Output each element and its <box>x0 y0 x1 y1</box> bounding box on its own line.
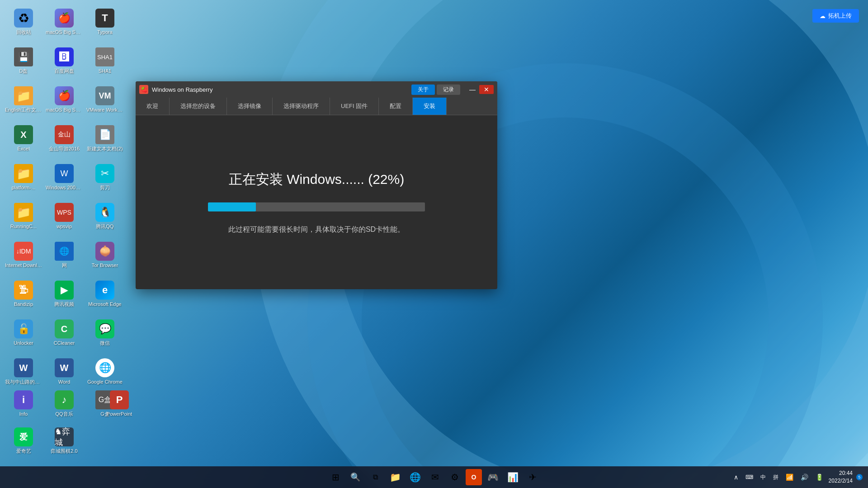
icon-newfile[interactable]: 📄 新建文本文档(2) <box>85 120 125 157</box>
icon-english-folder[interactable]: 📁 English工作文件夹 <box>4 81 43 118</box>
icon-idm[interactable]: ↓IDM Internet Downlo... <box>4 237 43 274</box>
taskbar-wifi-icon[interactable]: 📶 <box>784 473 795 482</box>
taskbar-explorer-button[interactable]: 📁 <box>386 468 404 486</box>
icon-recycle[interactable]: ♻ 回收站 <box>4 4 43 41</box>
tab-select-device[interactable]: 选择您的设备 <box>170 98 227 115</box>
tab-welcome[interactable]: 欢迎 <box>136 98 170 115</box>
modal-title-icon: 🍓 <box>139 85 148 94</box>
icon-wechat[interactable]: 💬 微信 <box>85 314 125 352</box>
taskbar-pinyin-icon[interactable]: 拼 <box>771 473 780 482</box>
modal-tabs: 欢迎 选择您的设备 选择镜像 选择驱动程序 UEFI 固件 配置 安装 <box>136 98 497 115</box>
taskbar: ⊞ 🔍 ⧉ 📁 🌐 ✉ ⚙ O 🎮 📊 ✈ ∧ ⌨ 中 拼 📶 🔊 🔋 20:4… <box>0 466 868 488</box>
icon-iqiyi[interactable]: 爱 爱奇艺 <box>4 422 43 460</box>
icon-jinshan[interactable]: 金山 金山导游2016 <box>44 120 84 157</box>
icon-info[interactable]: i Info <box>4 385 43 422</box>
icon-bandizip[interactable]: 🗜 Bandizip <box>4 276 43 313</box>
taskbar-start-button[interactable]: ⊞ <box>326 468 344 486</box>
icon-macos1[interactable]: 🍎 macOS Big Sur-2022-... <box>44 4 84 41</box>
upload-icon: ☁ <box>820 13 826 19</box>
taskbar-search-button[interactable]: 🔍 <box>346 468 364 486</box>
modal-about-button[interactable]: 关于 <box>411 84 435 95</box>
icon-chess-bottom[interactable]: ♞弈城 弈城围棋2.0 <box>44 422 84 460</box>
modal-titlebar: 🍓 Windows on Raspberry 关于 记录 — ✕ <box>136 81 497 98</box>
icon-vmware[interactable]: VM VMware Workstati... <box>85 81 125 118</box>
icon-baidu[interactable]: 🅱 百度网盘 <box>44 42 84 80</box>
modal-install-content: 正在安装 Windows...... (22%) 此过程可能需要很长时间，具体取… <box>136 115 497 289</box>
icon-ppt[interactable]: P PowerPoint <box>99 385 139 422</box>
tab-config[interactable]: 配置 <box>379 98 413 115</box>
icon-platform[interactable]: 📁 platform-... <box>4 159 43 196</box>
taskbar-notification-badge[interactable]: 5 <box>856 474 863 480</box>
progress-bar-background <box>208 202 425 211</box>
icon-sha1[interactable]: SHA1 SHA1 <box>85 42 125 80</box>
icon-edge[interactable]: e Microsoft Edge <box>85 276 125 313</box>
progress-bar-fill <box>208 202 256 211</box>
icon-excel[interactable]: X Excel <box>4 120 43 157</box>
progress-container <box>208 202 425 211</box>
modal-window: 🍓 Windows on Raspberry 关于 记录 — ✕ 欢迎 选择您的… <box>136 81 497 289</box>
taskbar-app8-button[interactable]: 🎮 <box>484 468 502 486</box>
tab-install[interactable]: 安装 <box>413 98 447 115</box>
icon-running[interactable]: 📁 RunningC... <box>4 198 43 235</box>
taskbar-clock[interactable]: 20:44 2022/2/14 <box>829 469 853 485</box>
taskbar-app9-button[interactable]: 📊 <box>504 468 522 486</box>
icon-tencent-qq[interactable]: 🐧 腾讯QQ <box>85 198 125 235</box>
icon-wpsvip[interactable]: WPS wpsvip <box>44 198 84 235</box>
taskbar-office-button[interactable]: O <box>466 469 482 485</box>
taskbar-chevron-icon[interactable]: ∧ <box>732 473 740 482</box>
taskbar-mail-button[interactable]: ✉ <box>426 468 444 486</box>
modal-title: Windows on Raspberry <box>152 86 411 93</box>
modal-minimize-button[interactable]: — <box>466 86 479 93</box>
taskbar-right: ∧ ⌨ 中 拼 📶 🔊 🔋 20:44 2022/2/14 5 <box>732 469 863 485</box>
icon-typora[interactable]: T Typora <box>85 4 125 41</box>
icon-ddisk[interactable]: 💾 D盘 <box>4 42 43 80</box>
upload-label: 拓机上传 <box>828 12 852 20</box>
icon-tor-browser[interactable]: 🧅 Tor Browser <box>85 237 125 274</box>
modal-close-button[interactable]: ✕ <box>479 85 494 94</box>
taskbar-time-display: 20:44 <box>829 469 853 477</box>
taskbar-battery-icon[interactable]: 🔋 <box>814 473 825 482</box>
taskbar-keyboard-icon[interactable]: ⌨ <box>744 473 755 481</box>
icon-macos2[interactable]: 🍎 macOS Big Sur-2022-... <box>44 81 84 118</box>
tab-select-image[interactable]: 选择镜像 <box>227 98 273 115</box>
taskbar-app10-button[interactable]: ✈ <box>524 468 542 486</box>
icon-unlocker[interactable]: 🔓 Unlocker <box>4 314 43 352</box>
modal-record-button[interactable]: 记录 <box>437 84 460 95</box>
desktop: ☁ 拓机上传 ♻ 回收站 🍎 macOS Big Sur-2022-... T … <box>0 0 868 488</box>
icon-net[interactable]: 🌐 网 <box>44 237 84 274</box>
taskbar-center-icons: ⊞ 🔍 ⧉ 📁 🌐 ✉ ⚙ O 🎮 📊 ✈ <box>326 468 542 486</box>
icon-ccleaner[interactable]: C CCleaner <box>44 314 84 352</box>
icon-ppt-area: P PowerPoint <box>99 385 139 422</box>
taskbar-sound-icon[interactable]: 🔊 <box>799 473 810 482</box>
icon-win2000[interactable]: W Windows 2000 Profi... <box>44 159 84 196</box>
icon-qqmusic[interactable]: ♪ QQ音乐 <box>44 385 84 422</box>
upload-button[interactable]: ☁ 拓机上传 <box>812 9 859 23</box>
icon-tencent-video[interactable]: ▶ 腾讯视频 <box>44 276 84 313</box>
taskbar-zh-icon[interactable]: 中 <box>759 473 768 482</box>
icon-feijian[interactable]: ✂ 剪刀 <box>85 159 125 196</box>
desktop-icon-grid: ♻ 回收站 🍎 macOS Big Sur-2022-... T Typora … <box>0 0 127 389</box>
tab-select-driver[interactable]: 选择驱动程序 <box>273 98 330 115</box>
taskbar-taskview-button[interactable]: ⧉ <box>366 468 384 486</box>
taskbar-date-display: 2022/2/14 <box>829 477 853 485</box>
install-progress-title: 正在安装 Windows...... (22%) <box>229 170 404 189</box>
taskbar-chrome-button[interactable]: 🌐 <box>406 468 424 486</box>
install-note: 此过程可能需要很长时间，具体取决于你的SD卡性能。 <box>228 225 405 235</box>
taskbar-settings-button[interactable]: ⚙ <box>446 468 464 486</box>
tab-uefi[interactable]: UEFI 固件 <box>330 98 379 115</box>
